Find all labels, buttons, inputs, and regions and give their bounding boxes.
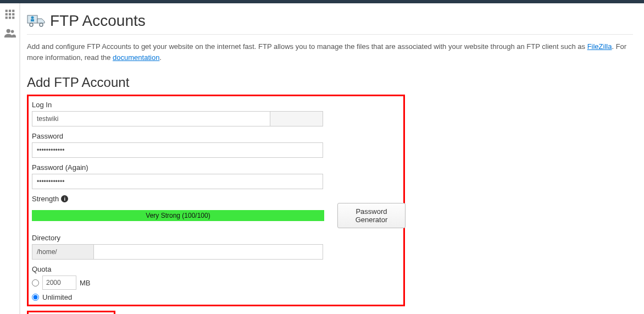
svg-rect-5: [12, 13, 14, 15]
form-highlight-box: Log In Password Password (Again): [27, 95, 405, 306]
desc-text: .: [159, 53, 162, 62]
password-again-field: Password (Again): [32, 163, 400, 189]
strength-field: Strength i Very Strong (100/100) Passwor…: [32, 195, 400, 228]
quota-field: Quota MB Unlimited: [32, 265, 400, 301]
svg-rect-7: [8, 16, 10, 19]
section-heading: Add FTP Account: [27, 75, 633, 90]
svg-rect-2: [12, 10, 14, 12]
quota-unlimited-radio[interactable]: [32, 294, 39, 301]
login-field: Log In: [32, 101, 400, 126]
svg-point-14: [30, 23, 33, 26]
password-generator-button[interactable]: Password Generator: [337, 203, 406, 228]
create-button-highlight: Create FTP Account: [27, 311, 115, 314]
svg-point-15: [40, 23, 43, 26]
quota-unit: MB: [80, 279, 91, 287]
svg-rect-1: [8, 10, 10, 12]
quota-limited-radio[interactable]: [32, 279, 39, 287]
password-again-label: Password (Again): [32, 163, 400, 172]
svg-point-10: [10, 30, 14, 34]
quota-unlimited-label: Unlimited: [42, 293, 72, 301]
svg-rect-6: [5, 16, 7, 19]
login-input[interactable]: [32, 111, 270, 126]
quota-value-input[interactable]: [42, 276, 76, 290]
password-input[interactable]: [32, 142, 323, 158]
directory-prefix: /home/: [32, 244, 93, 260]
quota-label: Quota: [32, 265, 400, 273]
svg-point-9: [6, 29, 10, 33]
password-label: Password: [32, 132, 400, 140]
desc-text: Add and configure FTP Accounts to get yo…: [27, 42, 587, 51]
svg-rect-3: [5, 13, 7, 15]
directory-input[interactable]: [93, 244, 323, 260]
svg-rect-8: [12, 16, 14, 19]
directory-field: Directory /home/: [32, 234, 400, 260]
svg-rect-13: [31, 19, 34, 21]
main-content: FTP Accounts Add and configure FTP Accou…: [20, 3, 644, 314]
password-again-input[interactable]: [32, 174, 323, 189]
documentation-link[interactable]: documentation: [113, 53, 159, 62]
svg-rect-0: [5, 10, 7, 12]
login-label: Log In: [32, 101, 400, 109]
page-title: FTP Accounts: [50, 12, 146, 30]
apps-grid-icon[interactable]: [4, 9, 15, 21]
svg-point-12: [31, 16, 34, 19]
page-description: Add and configure FTP Accounts to get yo…: [27, 41, 633, 63]
sidebar: [0, 3, 19, 314]
password-field: Password: [32, 132, 400, 158]
filezilla-link[interactable]: FileZilla: [587, 42, 612, 51]
strength-bar: Very Strong (100/100): [32, 210, 324, 221]
strength-label: Strength: [32, 195, 59, 203]
page-title-row: FTP Accounts: [27, 12, 633, 35]
svg-rect-4: [8, 13, 10, 15]
ftp-truck-icon: [27, 13, 46, 29]
info-icon[interactable]: i: [61, 195, 68, 202]
login-domain-addon: [270, 111, 323, 126]
directory-label: Directory: [32, 234, 400, 242]
users-icon[interactable]: [4, 28, 16, 40]
